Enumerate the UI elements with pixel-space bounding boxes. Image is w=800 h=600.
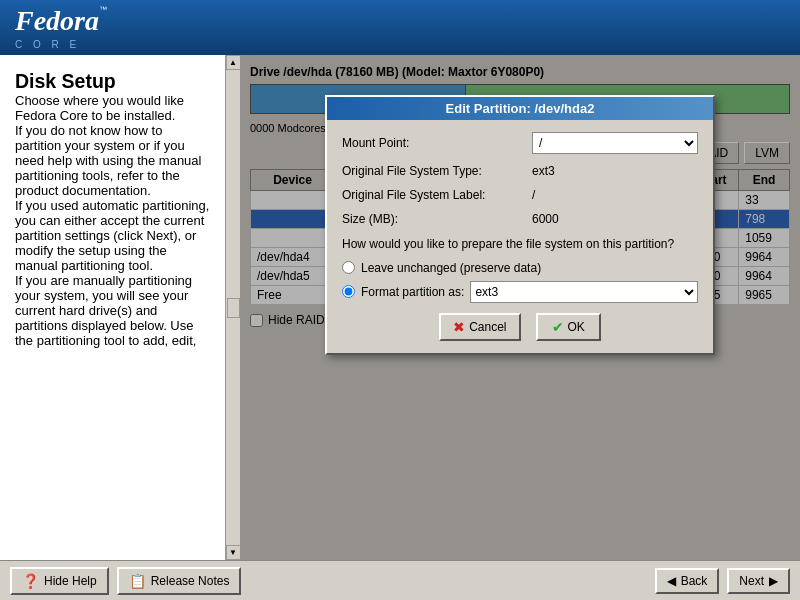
orig-fs-label-label: Original File System Label: (342, 188, 532, 202)
x-icon: ✖ (453, 319, 465, 335)
left-para-3: If you used automatic partitioning, you … (15, 198, 210, 273)
edit-partition-dialog: Edit Partition: /dev/hda2 Mount Point: /… (325, 95, 715, 355)
size-label: Size (MB): (342, 212, 532, 226)
right-panel: Drive /dev/hda (78160 MB) (Model: Maxtor… (240, 55, 800, 560)
ok-label: OK (568, 320, 585, 334)
logo: Fedora ™ C O R E (15, 5, 107, 50)
footer: ❓ Hide Help 📋 Release Notes ◀ Back Next … (0, 560, 800, 600)
hide-help-icon: ❓ (22, 573, 39, 589)
size-value: 6000 (532, 212, 698, 226)
next-arrow-icon: ▶ (769, 574, 778, 588)
left-para-1: Choose where you would like Fedora Core … (15, 93, 210, 123)
hide-help-button[interactable]: ❓ Hide Help (10, 567, 109, 595)
logo-tm: ™ (99, 5, 107, 14)
back-arrow-icon: ◀ (667, 574, 676, 588)
release-notes-button[interactable]: 📋 Release Notes (117, 567, 242, 595)
footer-right: ◀ Back Next ▶ (655, 568, 790, 594)
scroll-thumb[interactable] (227, 298, 240, 318)
next-label: Next (739, 574, 764, 588)
modal-body: Mount Point: / Original File System Type… (327, 120, 713, 353)
radio-format[interactable] (342, 285, 355, 298)
main-area: Disk Setup Choose where you would like F… (0, 55, 800, 560)
radio-leave[interactable] (342, 261, 355, 274)
modal-title: Edit Partition: /dev/hda2 (446, 101, 595, 116)
orig-fs-type-value: ext3 (532, 164, 698, 178)
orig-fs-type-label: Original File System Type: (342, 164, 532, 178)
back-label: Back (681, 574, 708, 588)
radio-format-label: Format partition as: (361, 285, 464, 299)
modal-title-bar: Edit Partition: /dev/hda2 (327, 97, 713, 120)
scroll-down-btn[interactable]: ▼ (226, 545, 241, 560)
logo-fedora-text: Fedora (15, 5, 99, 37)
orig-fs-type-row: Original File System Type: ext3 (342, 164, 698, 178)
radio-format-row: Format partition as: ext3 ext2 reiserfs … (342, 281, 698, 303)
logo-core-text: C O R E (15, 39, 107, 50)
radio-group: Leave unchanged (preserve data) Format p… (342, 261, 698, 303)
modal-question: How would you like to prepare the file s… (342, 236, 698, 253)
release-notes-icon: 📋 (129, 573, 146, 589)
hide-help-label: Hide Help (44, 574, 97, 588)
left-panel: Disk Setup Choose where you would like F… (0, 55, 240, 560)
left-para-2: If you do not know how to partition your… (15, 123, 210, 198)
mount-point-label: Mount Point: (342, 136, 532, 150)
mount-point-select[interactable]: / (532, 132, 698, 154)
size-row: Size (MB): 6000 (342, 212, 698, 226)
mount-point-row: Mount Point: / (342, 132, 698, 154)
radio-leave-label: Leave unchanged (preserve data) (361, 261, 541, 275)
ok-button[interactable]: ✔ OK (536, 313, 601, 341)
cancel-label: Cancel (469, 320, 506, 334)
next-button[interactable]: Next ▶ (727, 568, 790, 594)
left-content: Disk Setup Choose where you would like F… (0, 55, 225, 560)
check-icon: ✔ (552, 319, 564, 335)
header: Fedora ™ C O R E (0, 0, 800, 55)
radio-leave-row: Leave unchanged (preserve data) (342, 261, 698, 275)
format-type-select[interactable]: ext3 ext2 reiserfs xfs vfat (470, 281, 698, 303)
left-para-4: If you are manually partitioning your sy… (15, 273, 210, 348)
modal-overlay: Edit Partition: /dev/hda2 Mount Point: /… (240, 55, 800, 560)
footer-left: ❓ Hide Help 📋 Release Notes (10, 567, 241, 595)
left-scrollbar[interactable]: ▲ ▼ (225, 55, 240, 560)
modal-buttons: ✖ Cancel ✔ OK (342, 313, 698, 341)
release-notes-label: Release Notes (151, 574, 230, 588)
scroll-up-btn[interactable]: ▲ (226, 55, 241, 70)
page-title: Disk Setup (15, 70, 210, 93)
cancel-button[interactable]: ✖ Cancel (439, 313, 520, 341)
back-button[interactable]: ◀ Back (655, 568, 720, 594)
orig-fs-label-row: Original File System Label: / (342, 188, 698, 202)
orig-fs-label-value: / (532, 188, 698, 202)
